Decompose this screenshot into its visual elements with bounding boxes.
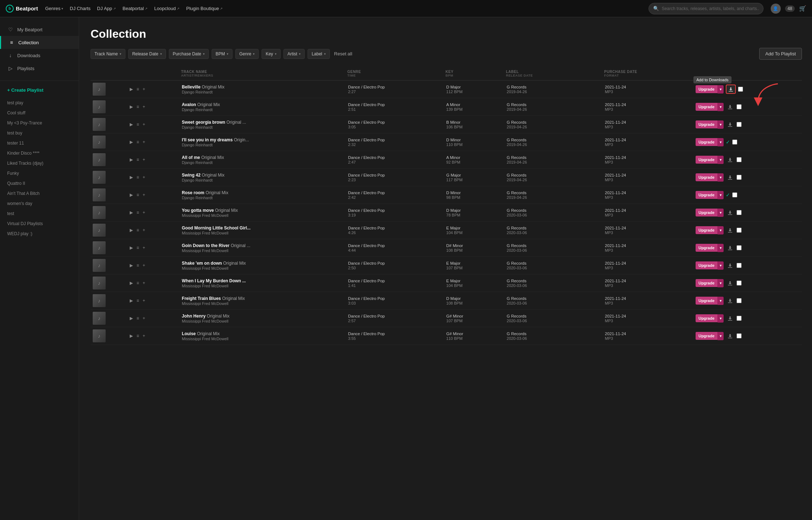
- download-track-button[interactable]: [726, 279, 734, 287]
- upgrade-button-dropdown[interactable]: ▾: [718, 226, 724, 234]
- queue-button[interactable]: ≡: [136, 315, 140, 321]
- download-track-button[interactable]: [726, 244, 734, 252]
- play-button[interactable]: ▶: [129, 227, 134, 233]
- queue-button[interactable]: ≡: [136, 263, 140, 268]
- upgrade-button-dropdown[interactable]: ▾: [718, 297, 724, 305]
- upgrade-button-dropdown[interactable]: ▾: [718, 103, 724, 111]
- playlist-item[interactable]: Kinder Disco ****: [0, 148, 79, 158]
- download-track-button[interactable]: [726, 120, 734, 128]
- add-to-playlist-track-button[interactable]: +: [142, 157, 146, 163]
- upgrade-button-main[interactable]: Upgrade: [696, 191, 718, 199]
- add-to-playlist-track-button[interactable]: +: [142, 315, 146, 321]
- play-button[interactable]: ▶: [129, 192, 134, 198]
- download-track-button[interactable]: [726, 209, 734, 216]
- upgrade-button-main[interactable]: Upgrade: [696, 244, 718, 252]
- track-select-checkbox[interactable]: [737, 122, 742, 127]
- play-button[interactable]: ▶: [129, 104, 134, 110]
- add-to-playlist-track-button[interactable]: +: [142, 333, 146, 339]
- track-select-checkbox[interactable]: [732, 140, 737, 145]
- play-button[interactable]: ▶: [129, 157, 134, 163]
- download-track-button[interactable]: [726, 332, 734, 340]
- upgrade-button-dropdown[interactable]: ▾: [718, 85, 724, 93]
- download-track-button[interactable]: [726, 261, 734, 269]
- track-select-checkbox[interactable]: [737, 175, 742, 180]
- sidebar-item-my-beatport[interactable]: ♡ My Beatport: [0, 23, 79, 36]
- add-to-playlist-track-button[interactable]: +: [142, 227, 146, 233]
- track-select-checkbox[interactable]: [737, 316, 742, 321]
- add-to-playlist-track-button[interactable]: +: [142, 86, 146, 92]
- add-to-playlist-track-button[interactable]: +: [142, 280, 146, 286]
- download-track-button[interactable]: [726, 173, 734, 181]
- playlist-item[interactable]: Quattro II: [0, 178, 79, 188]
- upgrade-button-main[interactable]: Upgrade: [696, 226, 718, 234]
- nav-genres[interactable]: Genres ▾: [45, 6, 64, 11]
- queue-button[interactable]: ≡: [136, 210, 140, 215]
- nav-dj-charts[interactable]: DJ Charts: [70, 6, 91, 11]
- sidebar-item-collection[interactable]: ≡ Collection: [0, 36, 79, 49]
- playlist-item[interactable]: Cool stuff: [0, 108, 79, 118]
- add-to-playlist-track-button[interactable]: +: [142, 263, 146, 268]
- queue-button[interactable]: ≡: [136, 104, 140, 110]
- play-button[interactable]: ▶: [129, 298, 134, 304]
- download-track-button[interactable]: [726, 314, 734, 322]
- track-select-checkbox[interactable]: [737, 333, 742, 338]
- add-to-playlist-button[interactable]: Add To Playlist: [759, 48, 802, 60]
- playlist-item[interactable]: Funky: [0, 168, 79, 178]
- upgrade-button-dropdown[interactable]: ▾: [718, 156, 724, 164]
- add-to-playlist-track-button[interactable]: +: [142, 122, 146, 127]
- upgrade-button-dropdown[interactable]: ▾: [718, 314, 724, 323]
- play-button[interactable]: ▶: [129, 86, 134, 92]
- upgrade-button-dropdown[interactable]: ▾: [718, 332, 724, 340]
- sidebar-item-playlists[interactable]: ▷ Playlists: [0, 62, 79, 75]
- play-button[interactable]: ▶: [129, 315, 134, 321]
- upgrade-button-dropdown[interactable]: ▾: [718, 244, 724, 252]
- upgrade-button-main[interactable]: Upgrade: [696, 85, 718, 93]
- track-select-checkbox[interactable]: [738, 87, 743, 92]
- avatar[interactable]: 👤: [771, 4, 781, 14]
- create-playlist-button[interactable]: + Create Playlist: [0, 84, 79, 96]
- filter-track-name[interactable]: Track Name ▾: [91, 49, 125, 59]
- track-select-checkbox[interactable]: [737, 298, 742, 303]
- queue-button[interactable]: ≡: [136, 122, 140, 127]
- upgrade-button-dropdown[interactable]: ▾: [718, 261, 724, 270]
- playlist-item[interactable]: Ain't That A Bitch: [0, 188, 79, 199]
- reset-all-button[interactable]: Reset all: [334, 51, 352, 56]
- queue-button[interactable]: ≡: [136, 245, 140, 251]
- upgrade-button-main[interactable]: Upgrade: [696, 120, 718, 128]
- upgrade-button-main[interactable]: Upgrade: [696, 332, 718, 340]
- filter-key[interactable]: Key ▾: [262, 49, 281, 59]
- upgrade-button-dropdown[interactable]: ▾: [718, 138, 724, 146]
- playlist-item[interactable]: test: [0, 209, 79, 219]
- play-button[interactable]: ▶: [129, 263, 134, 268]
- queue-button[interactable]: ≡: [136, 139, 140, 145]
- queue-button[interactable]: ≡: [136, 174, 140, 180]
- download-track-button[interactable]: [726, 226, 734, 234]
- playlist-item[interactable]: test play: [0, 98, 79, 108]
- upgrade-button-main[interactable]: Upgrade: [696, 138, 718, 146]
- play-button[interactable]: ▶: [129, 174, 134, 180]
- notification-badge[interactable]: 48: [785, 5, 795, 12]
- upgrade-button-dropdown[interactable]: ▾: [718, 173, 724, 182]
- track-select-checkbox[interactable]: [737, 263, 742, 268]
- queue-button[interactable]: ≡: [136, 227, 140, 233]
- upgrade-button-main[interactable]: Upgrade: [696, 279, 718, 287]
- track-select-checkbox[interactable]: [737, 280, 742, 286]
- upgrade-button-main[interactable]: Upgrade: [696, 314, 718, 322]
- filter-purchase-date[interactable]: Purchase Date ▾: [169, 49, 209, 59]
- playlist-item[interactable]: test buy: [0, 128, 79, 138]
- track-select-checkbox[interactable]: [737, 157, 742, 162]
- queue-button[interactable]: ≡: [136, 157, 140, 163]
- nav-beatportal[interactable]: Beatportal ↗: [123, 6, 148, 11]
- playlist-item[interactable]: tester 11: [0, 138, 79, 148]
- nav-dj-app[interactable]: DJ App ↗: [97, 6, 116, 11]
- play-button[interactable]: ▶: [129, 245, 134, 251]
- search-bar[interactable]: 🔍: [649, 3, 763, 14]
- filter-bpm[interactable]: BPM ▾: [212, 49, 232, 59]
- nav-plugin-boutique[interactable]: Plugin Boutique ↗: [186, 6, 223, 11]
- play-button[interactable]: ▶: [129, 333, 134, 339]
- playlist-item[interactable]: Liked Tracks (djay): [0, 158, 79, 168]
- play-button[interactable]: ▶: [129, 210, 134, 215]
- track-select-checkbox[interactable]: [737, 210, 742, 215]
- add-to-playlist-track-button[interactable]: +: [142, 174, 146, 180]
- download-track-button[interactable]: [726, 156, 734, 164]
